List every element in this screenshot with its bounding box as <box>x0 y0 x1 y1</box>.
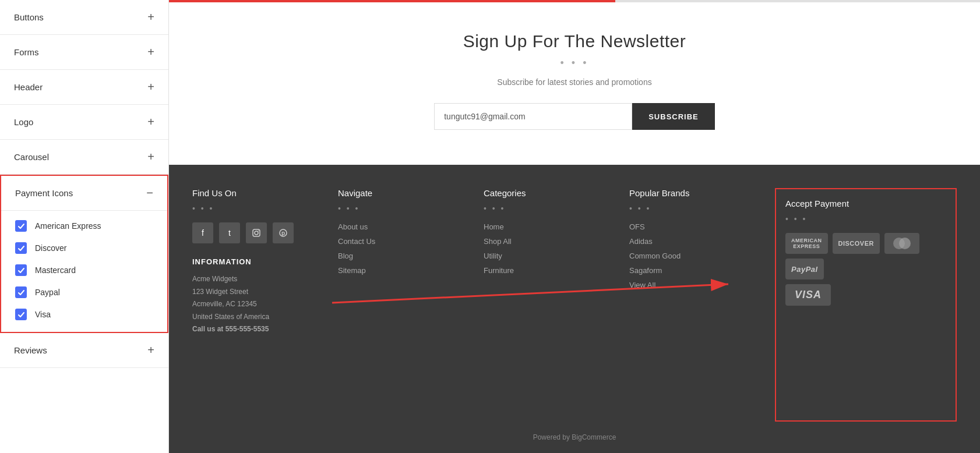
navigate-link-blog[interactable]: Blog <box>338 252 472 260</box>
sidebar: Buttons + Forms + Header + Logo + Carous… <box>0 0 169 453</box>
find-us-title: Find Us On <box>192 188 326 198</box>
navigate-title: Navigate <box>338 188 472 198</box>
footer-section: Find Us On • • • f t <box>169 165 980 453</box>
sidebar-item-reviews[interactable]: Reviews + <box>0 333 168 368</box>
social-icons: f t p <box>192 222 326 243</box>
payment-icons-section: Payment Icons − American Express Discove… <box>0 175 168 333</box>
categories-title: Categories <box>484 188 618 198</box>
pinterest-icon[interactable]: p <box>273 222 294 243</box>
footer-col-categories: Categories • • • Home Shop All Utility F… <box>484 188 629 422</box>
sidebar-item-header-plus-icon: + <box>147 80 154 94</box>
checkbox-mastercard-box[interactable] <box>15 264 27 276</box>
navigate-link-contact[interactable]: Contact Us <box>338 237 472 246</box>
checkbox-discover-label: Discover <box>35 243 66 253</box>
accept-payment-dots: • • • <box>785 214 946 224</box>
checkbox-mastercard[interactable]: Mastercard <box>15 264 153 276</box>
sidebar-item-carousel[interactable]: Carousel + <box>0 140 168 175</box>
svg-point-6 <box>899 238 911 249</box>
twitter-icon[interactable]: t <box>219 222 240 243</box>
footer-col-find-us: Find Us On • • • f t <box>192 188 338 422</box>
mastercard-payment-icon <box>884 233 919 254</box>
find-us-dots: • • • <box>192 204 326 213</box>
sidebar-item-forms[interactable]: Forms + <box>0 35 168 70</box>
information-title: INFORMATION <box>192 257 326 266</box>
checkbox-paypal[interactable]: Paypal <box>15 286 153 298</box>
amex-payment-icon: AMERICANEXPRESS <box>785 233 828 254</box>
information-text: Acme Widgets 123 Widget Street Acmeville… <box>192 273 326 336</box>
sidebar-item-logo-plus-icon: + <box>147 115 154 129</box>
sidebar-item-buttons[interactable]: Buttons + <box>0 0 168 35</box>
sidebar-item-buttons-plus-icon: + <box>147 10 154 24</box>
svg-point-1 <box>255 231 258 235</box>
checkbox-visa-box[interactable] <box>15 309 27 320</box>
checkbox-discover-box[interactable] <box>15 242 27 254</box>
checkbox-paypal-label: Paypal <box>35 288 60 297</box>
checkbox-visa-label: Visa <box>35 310 51 319</box>
sidebar-item-header-label: Header <box>14 82 43 92</box>
sidebar-item-logo[interactable]: Logo + <box>0 105 168 140</box>
sidebar-item-forms-plus-icon: + <box>147 45 154 59</box>
svg-rect-0 <box>253 229 260 236</box>
footer-columns: Find Us On • • • f t <box>192 188 957 422</box>
instagram-icon[interactable] <box>246 222 267 243</box>
accept-payment-col: Accept Payment • • • AMERICANEXPRESS DIS… <box>775 188 957 422</box>
paypal-payment-icon: PayPal <box>785 259 824 279</box>
checkbox-american-express[interactable]: American Express <box>15 220 153 232</box>
payment-icons-header[interactable]: Payment Icons − <box>1 176 167 211</box>
payment-icons-grid: AMERICANEXPRESS DISCOVER <box>785 233 946 279</box>
discover-payment-icon: DISCOVER <box>833 233 880 254</box>
svg-text:p: p <box>281 230 285 236</box>
payment-icons-header-label: Payment Icons <box>15 188 73 198</box>
payment-icons-minus-icon: − <box>146 186 153 200</box>
progress-bar-fill <box>169 0 615 2</box>
category-link-utility[interactable]: Utility <box>484 252 618 260</box>
brand-link-common-good[interactable]: Common Good <box>629 252 763 260</box>
visa-payment-icon: VISA <box>785 284 831 306</box>
sidebar-item-carousel-plus-icon: + <box>147 150 154 164</box>
sidebar-item-reviews-plus-icon: + <box>147 344 154 357</box>
brand-link-adidas[interactable]: Adidas <box>629 237 763 246</box>
checkbox-american-express-box[interactable] <box>15 220 27 232</box>
sidebar-item-carousel-label: Carousel <box>14 152 49 162</box>
facebook-icon[interactable]: f <box>192 222 213 243</box>
sidebar-item-logo-label: Logo <box>14 117 33 127</box>
sidebar-item-buttons-label: Buttons <box>14 12 44 22</box>
newsletter-dots: • • • <box>181 57 968 69</box>
payment-icons-body: American Express Discover Mastercard <box>1 211 167 332</box>
sidebar-item-reviews-label: Reviews <box>14 345 47 355</box>
category-link-shop[interactable]: Shop All <box>484 237 618 246</box>
navigate-link-about[interactable]: About us <box>338 222 472 231</box>
navigate-link-sitemap[interactable]: Sitemap <box>338 266 472 275</box>
category-link-furniture[interactable]: Furniture <box>484 266 618 275</box>
checkbox-mastercard-label: Mastercard <box>35 266 76 275</box>
main-content: Sign Up For The Newsletter • • • Subscri… <box>169 0 980 453</box>
footer-powered-by: Powered by BigCommerce <box>192 422 957 441</box>
sidebar-item-forms-label: Forms <box>14 47 39 57</box>
checkbox-visa[interactable]: Visa <box>15 309 153 320</box>
brand-link-sagaform[interactable]: Sagaform <box>629 266 763 275</box>
brands-dots: • • • <box>629 204 763 213</box>
checkbox-paypal-box[interactable] <box>15 286 27 298</box>
checkbox-american-express-label: American Express <box>35 221 101 231</box>
footer-col-brands: Popular Brands • • • OFS Adidas Common G… <box>629 188 775 422</box>
progress-bar <box>169 0 980 2</box>
newsletter-email-input[interactable] <box>434 103 632 130</box>
accept-payment-title: Accept Payment <box>785 199 946 208</box>
categories-dots: • • • <box>484 204 618 213</box>
newsletter-form: SUBSCRIBE <box>181 103 968 130</box>
footer-col-navigate: Navigate • • • About us Contact Us Blog … <box>338 188 484 422</box>
brand-link-ofs[interactable]: OFS <box>629 222 763 231</box>
brands-title: Popular Brands <box>629 188 763 198</box>
subscribe-button[interactable]: SUBSCRIBE <box>632 103 715 130</box>
newsletter-title: Sign Up For The Newsletter <box>181 31 968 51</box>
category-link-home[interactable]: Home <box>484 222 618 231</box>
newsletter-subtitle: Subscribe for latest stories and promoti… <box>181 77 968 87</box>
newsletter-section: Sign Up For The Newsletter • • • Subscri… <box>169 2 980 165</box>
navigate-dots: • • • <box>338 204 472 213</box>
sidebar-item-header[interactable]: Header + <box>0 70 168 105</box>
brand-link-view-all[interactable]: View All <box>629 281 763 289</box>
svg-point-2 <box>258 231 259 232</box>
checkbox-discover[interactable]: Discover <box>15 242 153 254</box>
